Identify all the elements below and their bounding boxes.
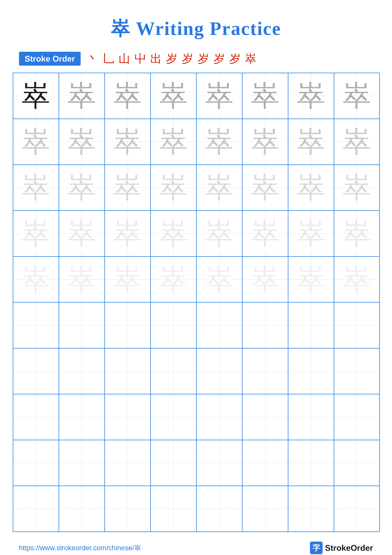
table-row: 崒	[150, 119, 196, 165]
table-row[interactable]	[196, 486, 242, 532]
practice-char: 崒	[113, 265, 142, 294]
practice-char: 崒	[22, 173, 50, 202]
practice-char: 崒	[159, 219, 188, 248]
table-row[interactable]	[288, 440, 334, 486]
table-row[interactable]	[13, 440, 59, 486]
practice-char: 崒	[205, 82, 234, 110]
practice-char: 崒	[22, 128, 50, 156]
table-row: 崒	[59, 211, 105, 256]
practice-char: 崒	[159, 82, 188, 110]
table-row[interactable]	[150, 486, 196, 532]
practice-char: 崒	[297, 219, 325, 248]
table-row: 崒	[59, 256, 105, 302]
practice-char: 崒	[251, 219, 279, 248]
table-row: 崒	[196, 256, 242, 302]
table-row: 崒	[196, 165, 242, 211]
table-row[interactable]	[13, 348, 59, 394]
table-row: 崒	[13, 119, 59, 165]
table-row: 崒	[242, 165, 288, 211]
table-row: 崒	[334, 165, 380, 211]
practice-char: 崒	[297, 82, 325, 110]
table-row[interactable]	[13, 486, 59, 532]
table-row: 崒	[150, 256, 196, 302]
stroke-7: 岁	[182, 51, 193, 66]
practice-char: 崒	[159, 173, 188, 202]
practice-char: 崒	[297, 128, 325, 156]
practice-char: 崒	[343, 265, 371, 294]
table-row: 崒	[288, 165, 334, 211]
table-row[interactable]	[59, 302, 105, 348]
table-row[interactable]	[196, 348, 242, 394]
table-row: 崒	[196, 119, 242, 165]
practice-char: 崒	[113, 128, 142, 156]
stroke-4: 屮	[134, 51, 146, 66]
table-row[interactable]	[288, 302, 334, 348]
brand-name: StrokeOrder	[325, 543, 373, 553]
practice-char: 崒	[343, 82, 371, 110]
table-row[interactable]	[334, 440, 380, 486]
stroke-8: 岁	[198, 51, 209, 66]
table-row[interactable]	[59, 486, 105, 532]
table-row[interactable]	[242, 348, 288, 394]
table-row[interactable]	[196, 394, 242, 440]
table-row[interactable]	[150, 440, 196, 486]
table-row[interactable]	[105, 302, 150, 348]
table-row: 崒	[13, 256, 59, 302]
table-row[interactable]	[334, 348, 380, 394]
table-row[interactable]	[196, 302, 242, 348]
page-title: 崒 Writing Practice	[111, 16, 281, 42]
table-row[interactable]	[334, 394, 380, 440]
table-row: 崒	[13, 211, 59, 256]
practice-char: 崒	[22, 265, 50, 294]
table-row[interactable]	[105, 394, 150, 440]
practice-char: 崒	[251, 173, 279, 202]
table-row[interactable]	[196, 440, 242, 486]
practice-char: 崒	[68, 219, 96, 248]
practice-char: 崒	[251, 82, 279, 110]
practice-char: 崒	[22, 82, 50, 110]
table-row: 崒	[59, 73, 105, 119]
practice-char: 崒	[205, 128, 234, 156]
table-row: 崒	[150, 73, 196, 119]
table-row[interactable]	[242, 394, 288, 440]
page: 崒 Writing Practice Stroke Order 丶 乚 山 屮 …	[0, 0, 392, 555]
table-row[interactable]	[288, 394, 334, 440]
table-row: 崒	[105, 211, 150, 256]
table-row[interactable]	[105, 486, 150, 532]
table-row[interactable]	[242, 440, 288, 486]
table-row[interactable]	[13, 302, 59, 348]
table-row[interactable]	[105, 348, 150, 394]
table-row: 崒	[288, 211, 334, 256]
practice-char: 崒	[68, 173, 96, 202]
table-row[interactable]	[150, 394, 196, 440]
footer-url: https://www.strokeorder.com/chinese/崒	[19, 543, 141, 553]
table-row[interactable]	[288, 486, 334, 532]
table-row[interactable]	[59, 348, 105, 394]
table-row[interactable]	[334, 302, 380, 348]
table-row[interactable]	[242, 486, 288, 532]
practice-grid: 崒 崒 崒 崒 崒 崒 崒 崒 崒 崒 崒 崒 崒 崒 崒 崒 崒 崒 崒 崒 …	[13, 73, 379, 532]
table-row: 崒	[242, 119, 288, 165]
table-row[interactable]	[288, 348, 334, 394]
practice-char: 崒	[113, 173, 142, 202]
table-row[interactable]	[334, 486, 380, 532]
table-row[interactable]	[150, 302, 196, 348]
table-row[interactable]	[59, 440, 105, 486]
table-row[interactable]	[59, 394, 105, 440]
footer-brand: 字 StrokeOrder	[310, 541, 373, 554]
practice-char: 崒	[343, 128, 371, 156]
footer: https://www.strokeorder.com/chinese/崒 字 …	[13, 541, 379, 554]
practice-char: 崒	[113, 219, 142, 248]
stroke-10: 岁	[229, 51, 241, 66]
table-row[interactable]	[150, 348, 196, 394]
practice-char: 崒	[251, 128, 279, 156]
table-row[interactable]	[105, 440, 150, 486]
table-row[interactable]	[13, 394, 59, 440]
table-row: 崒	[288, 256, 334, 302]
table-row[interactable]	[242, 302, 288, 348]
table-row: 崒	[105, 256, 150, 302]
stroke-9: 岁	[214, 51, 225, 66]
table-row: 崒	[150, 165, 196, 211]
table-row: 崒	[242, 73, 288, 119]
practice-char: 崒	[113, 82, 142, 110]
